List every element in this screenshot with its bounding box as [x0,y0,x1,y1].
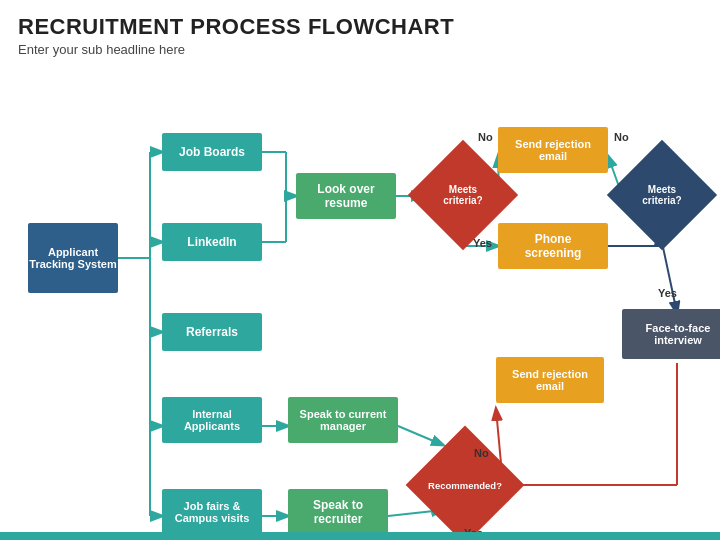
look-over-resume-box: Look overresume [296,173,396,219]
face-to-face-interview-box: Face-to-faceinterview [622,309,720,359]
meets-criteria-1-diamond: Meetscriteria? [423,155,503,235]
phone-screening-box: Phonescreening [498,223,608,269]
recommended-diamond: Recommended? [423,443,507,527]
referrals-box: Referrals [162,313,262,351]
job-fairs-box: Job fairs &Campus visits [162,489,262,535]
page-subtitle: Enter your sub headline here [18,42,702,57]
meets-criteria-2-diamond: Meetscriteria? [622,155,702,235]
no-label-1: No [478,131,493,143]
page: RECRUITMENT PROCESS FLOWCHART Enter your… [0,0,720,540]
job-boards-box: Job Boards [162,133,262,171]
send-rejection-email-2-box: Send rejectionemail [496,357,604,403]
page-title: RECRUITMENT PROCESS FLOWCHART [18,14,702,40]
speak-to-manager-box: Speak to currentmanager [288,397,398,443]
internal-applicants-box: InternalApplicants [162,397,262,443]
flowchart: Applicant Tracking System Job Boards Lin… [18,65,702,525]
send-rejection-email-1-box: Send rejectionemail [498,127,608,173]
no-label-2: No [614,131,629,143]
yes-label-1: Yes [473,237,492,249]
yes-label-2: Yes [658,287,677,299]
speak-to-recruiter-box: Speak torecruiter [288,489,388,535]
no-label-3: No [474,447,489,459]
bottom-bar [0,532,720,540]
applicant-tracking-system-box: Applicant Tracking System [28,223,118,293]
linkedin-box: LinkedIn [162,223,262,261]
